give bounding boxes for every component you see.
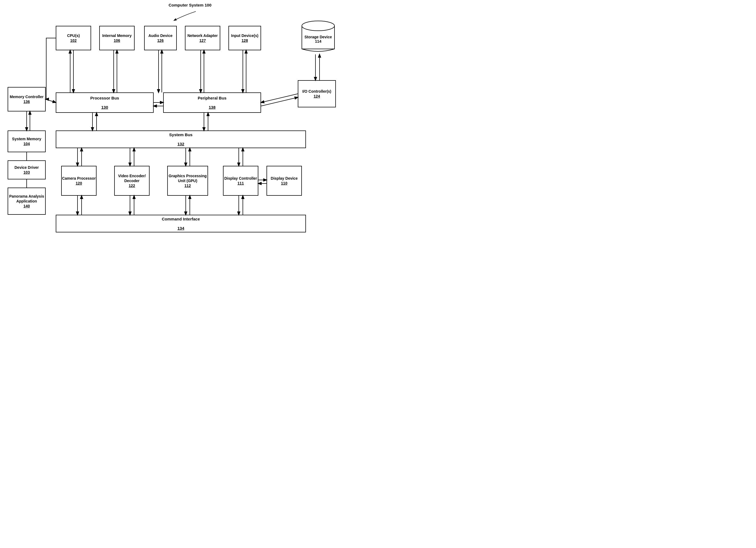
memory-controller-box: Memory Controller 136 [8, 87, 46, 112]
svg-line-24 [261, 97, 298, 106]
svg-line-20 [46, 99, 56, 103]
io-controller-box: I/O Controller(s) 124 [298, 80, 336, 107]
gpu-box: Graphics Processing Unit (GPU) 112 [167, 166, 208, 196]
camera-processor-box: Camera Processor 120 [61, 166, 97, 196]
internal-memory-box: Internal Memory 106 [99, 26, 135, 50]
peripheral-bus-box: Peripheral Bus 138 [163, 92, 261, 113]
processor-bus-box: Processor Bus 130 [56, 92, 154, 113]
network-adapter-box: Network Adapter 127 [185, 26, 220, 50]
display-device-box: Display Device 110 [267, 166, 302, 196]
storage-device-box: Storage Device 114 [300, 19, 336, 54]
audio-device-box: Audio Device 126 [144, 26, 177, 50]
system-bus-box: System Bus 132 [56, 131, 306, 148]
panorama-app-box: Panorama Analysis Application 140 [8, 188, 46, 215]
device-driver-box: Device Driver 103 [8, 160, 46, 180]
cpu-box: CPU(s) 102 [56, 26, 91, 50]
input-devices-box: Input Device(s) 128 [228, 26, 261, 50]
svg-line-23 [261, 94, 298, 103]
display-controller-box: Display Controller 111 [223, 166, 258, 196]
video-encoder-box: Video Encoder/ Decoder 122 [114, 166, 150, 196]
system-memory-box: System Memory 104 [8, 131, 46, 152]
diagram: Computer System 100 CPU(s) 102 Internal … [0, 0, 378, 274]
title-text: Computer System 100 [169, 3, 212, 7]
title-label: Computer System 100 [169, 3, 212, 7]
command-interface-box: Command Interface 134 [56, 215, 306, 233]
svg-point-1 [302, 21, 334, 31]
